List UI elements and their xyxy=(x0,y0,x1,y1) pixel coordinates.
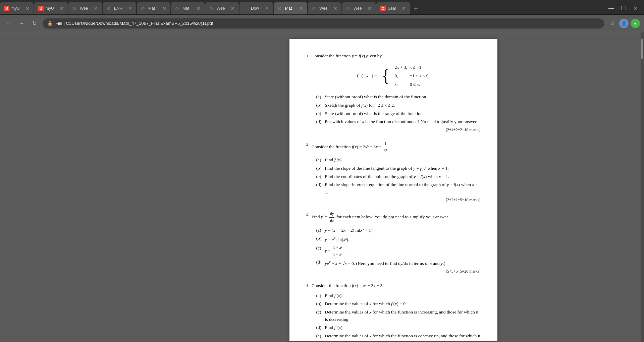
page-area: 1. Consider the function y = f(x) given … xyxy=(0,32,644,342)
toolbar-icons: ☆ 👤 ● xyxy=(608,19,640,28)
q3-a-label: (a) xyxy=(316,227,323,234)
q1-c-text: State (without proof) what is the range … xyxy=(325,110,424,117)
tab-9[interactable]: ⊙ Mat ✕ xyxy=(274,2,307,15)
back-button[interactable]: ← xyxy=(4,19,13,28)
q3-d-text: yey + x + √x = 0. (Here you need to find… xyxy=(325,259,445,267)
tab-icon-3: ⊙ xyxy=(72,6,78,11)
q3-number: 3. xyxy=(306,211,310,224)
tab-close-4[interactable]: ✕ xyxy=(128,6,132,11)
q1-b-text: Sketch the graph of f(x) for −2 ≤ x ≤ 2. xyxy=(325,102,395,109)
q3-part-d: (d) yey + x + √x = 0. (Here you need to … xyxy=(316,259,481,267)
tab-2[interactable]: U myU ✕ xyxy=(34,2,68,15)
tab-label-5: Mat xyxy=(148,6,160,11)
tab-close-12[interactable]: ✕ xyxy=(402,6,406,11)
q4-header: 4. Consider the function f(x) = x³ − 3x … xyxy=(306,282,481,289)
q2-number: 2. xyxy=(306,140,310,154)
tab-8[interactable]: ↓ Dow ✕ xyxy=(239,2,273,15)
q1-intro: Consider the function y = f(x) given by xyxy=(312,52,382,60)
tab-10[interactable]: ⊙ Wee ✕ xyxy=(308,2,341,15)
q3-d-label: (d) xyxy=(316,259,323,267)
tab-label-8: Dow xyxy=(251,6,263,11)
q1-c-label: (c) xyxy=(316,110,323,117)
new-tab-button[interactable]: + xyxy=(411,3,421,14)
tab-label-6: Mat xyxy=(182,6,195,11)
url-bar[interactable]: 🔒 File | C:/Users/Nique/Downloads/Math_4… xyxy=(42,18,604,29)
q1-b-label: (b) xyxy=(316,102,323,109)
browser-window: U myU ✕ U myU ✕ ⊙ Wee ✕ ⊙ ENR ✕ ⊙ Mat ✕ xyxy=(0,0,644,342)
tab-icon-8: ↓ xyxy=(244,6,249,11)
tab-close-7[interactable]: ✕ xyxy=(231,6,235,11)
q1-marks: [2+4+2+2=10 marks] xyxy=(306,127,481,133)
profile-icon[interactable]: 👤 xyxy=(619,19,629,28)
tab-1[interactable]: U myU ✕ xyxy=(0,2,34,15)
tab-close-2[interactable]: ✕ xyxy=(60,6,64,11)
question-3: 3. Find y′ = dydx for each item below. Y… xyxy=(306,211,481,275)
tab-label-11: Wee xyxy=(354,6,366,11)
question-2: 2. Consider the function f(x) = 2x³ − 3x… xyxy=(306,140,481,204)
q1-part-b: (b) Sketch the graph of f(x) for −2 ≤ x … xyxy=(316,102,481,109)
reload-button[interactable]: ↻ xyxy=(30,19,39,28)
q1-piecewise: f(x) = { 2x + 3, x ≤ −1; 0, −1 < x < 0; … xyxy=(306,63,481,89)
tab-4[interactable]: ⊙ ENR ✕ xyxy=(103,2,136,15)
maximize-button[interactable]: ❐ xyxy=(619,4,628,13)
tab-close-10[interactable]: ✕ xyxy=(333,6,337,11)
q2-part-b: (b) Find the slope of the line tangent t… xyxy=(316,165,481,172)
tab-label-12: Sear xyxy=(388,6,400,11)
tab-icon-4: ⊙ xyxy=(107,6,112,11)
q4-part-e: (e) Determine the values of x for which … xyxy=(316,332,481,342)
q4-d-text: Find f″(x). xyxy=(325,324,344,331)
q3-intro: Find y′ = dydx for each item below. You … xyxy=(312,211,449,224)
tab-close-11[interactable]: ✕ xyxy=(368,6,372,11)
tab-icon-7: ⊙ xyxy=(209,6,215,11)
scrollbar[interactable] xyxy=(641,32,644,342)
q1-part-d: (d) For which values of x is the functio… xyxy=(316,118,481,125)
tab-icon-1: U xyxy=(4,6,9,11)
tab-icon-5: ⊙ xyxy=(141,6,146,11)
q3-header: 3. Find y′ = dydx for each item below. Y… xyxy=(306,211,481,224)
tab-label-9: Mat xyxy=(285,6,297,11)
tab-close-1[interactable]: ✕ xyxy=(25,6,30,11)
bookmark-icon[interactable]: ☆ xyxy=(608,19,617,28)
q1-header: 1. Consider the function y = f(x) given … xyxy=(306,52,481,60)
tab-12[interactable]: C Sear ✕ xyxy=(376,2,410,15)
forward-button[interactable]: → xyxy=(17,19,26,28)
q2-d-text: Find the slope-intercept equation of the… xyxy=(325,181,481,195)
tab-6[interactable]: ⊙ Mat ✕ xyxy=(171,2,205,15)
q4-d-label: (d) xyxy=(316,324,323,331)
address-bar: ← → ↻ 🔒 File | C:/Users/Nique/Downloads/… xyxy=(0,15,644,32)
extensions-icon[interactable]: ● xyxy=(631,19,640,28)
tab-close-3[interactable]: ✕ xyxy=(94,6,98,11)
q2-c-label: (c) xyxy=(316,173,323,180)
tab-close-9[interactable]: ✕ xyxy=(299,6,303,11)
q4-e-label: (e) xyxy=(316,332,323,342)
q2-header: 2. Consider the function f(x) = 2x³ − 3x… xyxy=(306,140,481,154)
tab-11[interactable]: ⊙ Wee ✕ xyxy=(342,2,376,15)
q4-b-text: Determine the values of x for which f′(x… xyxy=(325,300,407,307)
window-controls: — ❐ ✕ xyxy=(606,2,644,14)
tab-icon-12: C xyxy=(380,6,386,11)
tab-label-3: Wee xyxy=(80,6,92,11)
tab-3[interactable]: ⊙ Wee ✕ xyxy=(68,2,102,15)
q4-intro: Consider the function f(x) = x³ − 3x + 3… xyxy=(312,282,384,289)
close-button[interactable]: ✕ xyxy=(631,4,640,13)
question-1: 1. Consider the function y = f(x) given … xyxy=(306,52,481,133)
q3-b-text: y = ex sin(x²). xyxy=(325,235,350,243)
q3-part-c: (c) y = 1 + x²1 − x³. xyxy=(316,244,481,258)
q4-c-label: (c) xyxy=(316,308,323,323)
q2-marks: [2+2+1+5=10 marks] xyxy=(306,197,481,203)
minimize-button[interactable]: — xyxy=(606,4,616,13)
tab-close-5[interactable]: ✕ xyxy=(162,6,166,11)
question-4: 4. Consider the function f(x) = x³ − 3x … xyxy=(306,282,481,342)
tab-5[interactable]: ⊙ Mat ✕ xyxy=(137,2,170,15)
tab-7[interactable]: ⊙ Wee ✕ xyxy=(205,2,239,15)
q4-a-text: Find f′(x). xyxy=(325,292,343,299)
q2-a-text: Find f′(x). xyxy=(325,156,343,164)
tab-bar: U myU ✕ U myU ✕ ⊙ Wee ✕ ⊙ ENR ✕ ⊙ Mat ✕ xyxy=(0,0,644,15)
tab-close-6[interactable]: ✕ xyxy=(197,6,201,11)
tab-icon-10: ⊙ xyxy=(312,6,317,11)
tab-close-8[interactable]: ✕ xyxy=(265,6,269,11)
q1-part-a: (a) State (without proof) what is the do… xyxy=(316,93,481,101)
url-text: File | C:/Users/Nique/Downloads/Math_47_… xyxy=(55,21,213,26)
tab-label-2: myU xyxy=(46,6,58,11)
scrollbar-thumb[interactable] xyxy=(641,39,643,59)
